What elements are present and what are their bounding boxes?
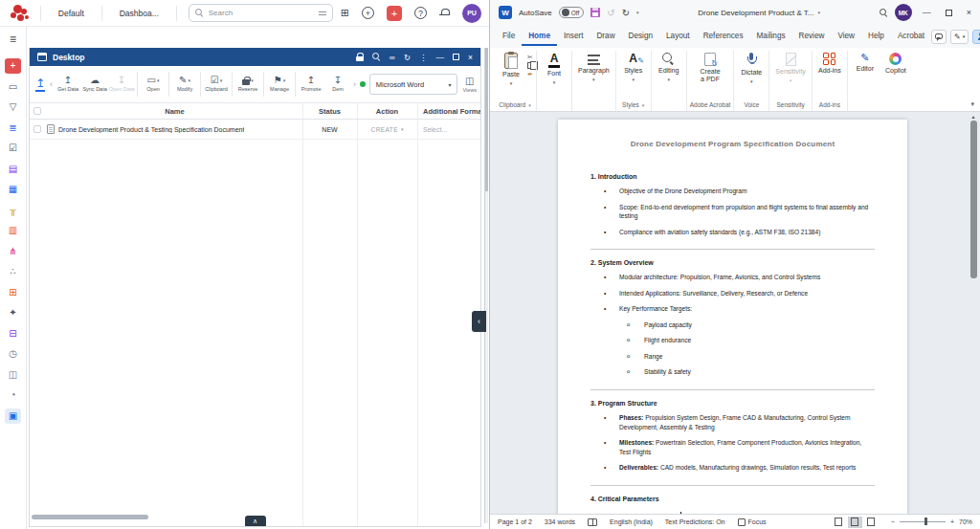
views-button[interactable]: ◫ Views bbox=[462, 77, 477, 93]
read-mode-icon[interactable] bbox=[832, 517, 846, 528]
toolbar-scroll-right[interactable]: › bbox=[351, 79, 358, 89]
zoom-in-icon[interactable]: + bbox=[950, 518, 954, 525]
document-scrollbar[interactable]: ▲ bbox=[969, 112, 978, 514]
word-count[interactable]: 334 words bbox=[545, 518, 575, 525]
text-predictions[interactable]: Text Predictions: On bbox=[665, 518, 725, 525]
web-layout-icon[interactable] bbox=[864, 517, 879, 528]
dialog-launcher-icon[interactable]: ▾ bbox=[528, 102, 531, 108]
dem-button[interactable]: ↧Dem bbox=[324, 74, 351, 94]
table-row[interactable]: Drone Development Product & Testing Spec… bbox=[30, 120, 480, 140]
merge-icon[interactable]: ⋔ bbox=[5, 244, 21, 259]
select-all-checkbox[interactable] bbox=[33, 107, 41, 115]
chart-icon[interactable]: ◫ bbox=[5, 367, 21, 383]
ribbon-tab-help[interactable]: Help bbox=[861, 27, 891, 46]
ribbon-tab-file[interactable]: File bbox=[496, 27, 522, 46]
redo-icon[interactable]: ↻ bbox=[622, 8, 630, 18]
export-up-icon[interactable]: ↥ bbox=[35, 77, 45, 92]
format-select[interactable]: Select... bbox=[417, 126, 480, 133]
header-additional-format[interactable]: Additional Forma bbox=[417, 107, 480, 116]
ribbon-tab-acrobat[interactable]: Acrobat bbox=[891, 27, 931, 46]
language-indicator[interactable]: English (India) bbox=[610, 518, 653, 525]
more-icon[interactable]: ⋮ bbox=[419, 53, 428, 62]
renderer-select[interactable]: Microsoft Word ▾ bbox=[369, 74, 458, 95]
apps-icon[interactable]: ⊞ bbox=[341, 8, 349, 18]
editor-button[interactable]: ✎Editor bbox=[851, 51, 880, 75]
refresh-icon[interactable]: ↻ bbox=[404, 53, 411, 62]
close-icon[interactable]: × bbox=[468, 53, 473, 62]
ribbon-tab-home[interactable]: Home bbox=[522, 27, 557, 46]
undo-icon[interactable]: ↺ bbox=[607, 8, 614, 18]
create-a-pdf-button[interactable]: Create a PDF bbox=[696, 51, 724, 84]
header-action[interactable]: Action bbox=[357, 107, 417, 116]
copilot-button[interactable]: Copilot bbox=[881, 51, 910, 77]
expand-panel-button[interactable]: ∧ bbox=[245, 516, 266, 526]
add-icon[interactable]: + bbox=[5, 58, 21, 74]
editing-mode-button[interactable]: ✎▾ bbox=[950, 30, 969, 44]
minimize-icon[interactable]: — bbox=[923, 8, 931, 17]
document-page[interactable]: Drone Development Program Specification … bbox=[558, 120, 907, 514]
env-tab-dashboard[interactable]: Dashboa... bbox=[110, 9, 168, 18]
save-icon[interactable] bbox=[590, 8, 600, 17]
calendar-icon[interactable]: ⊞ bbox=[5, 285, 21, 300]
collapse-ribbon-icon[interactable]: ▾ bbox=[970, 100, 974, 108]
clipboard-button[interactable]: ☑▾Clipboard bbox=[203, 74, 230, 94]
header-status[interactable]: Status bbox=[302, 107, 357, 116]
header-name[interactable]: Name bbox=[45, 107, 302, 116]
table-icon[interactable]: ▦ bbox=[5, 182, 21, 197]
search-icon[interactable] bbox=[880, 9, 888, 17]
ribbon-tab-mailings[interactable]: Mailings bbox=[750, 27, 792, 46]
list-view-icon[interactable]: ≣ bbox=[5, 121, 21, 136]
hierarchy-icon[interactable]: ╥ bbox=[5, 203, 21, 218]
desktop-icon[interactable]: ▣ bbox=[5, 408, 21, 424]
paste-button[interactable]: Paste▾ bbox=[497, 51, 525, 88]
promote-button[interactable]: ↥Promote bbox=[298, 74, 324, 94]
editing-button[interactable]: Editing▾ bbox=[655, 51, 683, 84]
env-tab-default[interactable]: Default bbox=[49, 9, 94, 18]
global-search[interactable] bbox=[189, 4, 333, 22]
share-button[interactable]: ▾ bbox=[972, 30, 980, 44]
search-icon[interactable] bbox=[372, 53, 381, 61]
zoom-level[interactable]: 70% bbox=[959, 518, 972, 525]
help-icon[interactable]: ? bbox=[414, 7, 427, 19]
row-checkbox[interactable] bbox=[33, 125, 41, 133]
proofing-icon[interactable] bbox=[588, 518, 597, 526]
format-painter-icon[interactable]: ✒ bbox=[527, 71, 533, 77]
desktop-window-titlebar[interactable]: Desktop ∞ ↻ ⋮ — × bbox=[30, 48, 480, 66]
manage-button[interactable]: ⚑▾Manage bbox=[266, 74, 293, 94]
reserve-button[interactable]: ▾Reserve bbox=[234, 75, 261, 94]
add-circle-icon[interactable]: + bbox=[362, 7, 374, 19]
ribbon-tab-view[interactable]: View bbox=[831, 27, 861, 46]
sparkle-icon[interactable]: ✦ bbox=[5, 305, 21, 320]
paragraph-button[interactable]: Paragraph▾ bbox=[575, 51, 612, 84]
search-filter-icon[interactable] bbox=[319, 10, 326, 17]
collapse-panel-handle[interactable]: ‹ bbox=[472, 311, 486, 332]
note-icon[interactable]: ⊟ bbox=[5, 326, 21, 342]
form-icon[interactable]: ▤ bbox=[5, 162, 21, 177]
sync-data-button[interactable]: ☁Sync Data bbox=[81, 74, 108, 94]
copy-icon[interactable] bbox=[527, 62, 533, 69]
document-title-menu[interactable]: Drone Development Product & T... ▾ bbox=[646, 9, 873, 17]
cut-icon[interactable]: ✂ bbox=[527, 54, 533, 60]
close-icon[interactable]: × bbox=[967, 8, 971, 17]
autosave-toggle[interactable]: Off bbox=[559, 7, 585, 18]
user-avatar[interactable]: PU bbox=[462, 4, 481, 23]
vertical-scrollbar[interactable] bbox=[484, 48, 488, 523]
menu-icon[interactable]: ≡ bbox=[5, 32, 21, 47]
ribbon-tab-references[interactable]: References bbox=[697, 27, 750, 46]
scrollbar-thumb[interactable] bbox=[970, 121, 977, 278]
toolbar-scroll-left[interactable]: ‹ bbox=[48, 79, 55, 89]
account-avatar[interactable]: MK bbox=[895, 4, 912, 21]
zoom-slider[interactable] bbox=[900, 521, 946, 522]
minimize-icon[interactable]: — bbox=[436, 53, 445, 62]
dialog-launcher-icon[interactable]: ▾ bbox=[642, 102, 645, 108]
dictate-button[interactable]: Dictate▾ bbox=[737, 51, 766, 86]
scroll-up-icon[interactable]: ▲ bbox=[971, 112, 976, 121]
cell-name[interactable]: Drone Development Product & Testing Spec… bbox=[45, 124, 302, 134]
tasklist-icon[interactable]: ☑ bbox=[5, 141, 21, 156]
page-indicator[interactable]: Page 1 of 2 bbox=[498, 518, 532, 525]
get-data-button[interactable]: ↥Get Data bbox=[55, 74, 81, 94]
open-button[interactable]: ▭▾Open bbox=[140, 74, 167, 94]
ribbon-tab-review[interactable]: Review bbox=[792, 27, 832, 46]
link-icon[interactable]: ∞ bbox=[390, 53, 395, 62]
add-ins-button[interactable]: Add-ins bbox=[815, 51, 844, 77]
